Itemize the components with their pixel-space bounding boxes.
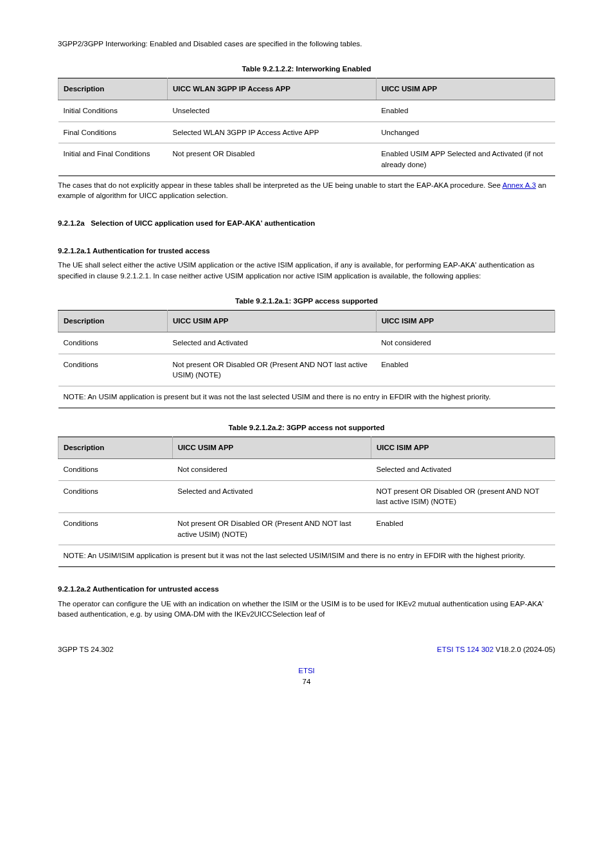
table-note-cell: NOTE: An USIM/ISIM application is presen… <box>58 545 555 567</box>
table-cell: NOT present OR Disabled OR (present AND … <box>371 480 555 512</box>
note-pre-text: The cases that do not explicitly appear … <box>58 181 501 189</box>
table-title-122: Table 9.2.1.2.2: Interworking Enabled <box>58 64 555 75</box>
section-body-9212a2: The operator can configure the UE with a… <box>58 599 555 620</box>
table-header: Description <box>58 437 173 459</box>
table-cell: Enabled <box>371 513 555 545</box>
table-cell: Initial Conditions <box>58 100 168 122</box>
footer-left-text: 3GPP TS 24.302 <box>58 644 114 655</box>
table-cell: Conditions <box>58 513 173 545</box>
table-cell: Not considered <box>376 332 555 354</box>
table-row: Initial and Final Conditions Not present… <box>58 143 555 176</box>
table-cell: Selected and Activated <box>371 459 555 481</box>
table-cell: Selected WLAN 3GPP IP Access Active APP <box>168 122 377 143</box>
table-row: NOTE: An USIM application is present but… <box>58 386 555 408</box>
table-cell: Initial and Final Conditions <box>58 143 168 176</box>
table-row: Conditions Not considered Selected and A… <box>58 459 555 481</box>
table-row: Initial Conditions Unselected Enabled <box>58 100 555 122</box>
table-cell: Enabled <box>376 354 555 386</box>
table-cell: Unselected <box>168 100 377 122</box>
table-header: UICC WLAN 3GPP IP Access APP <box>168 78 377 100</box>
footer-center-link[interactable]: ETSI <box>298 667 315 674</box>
table-cell: Conditions <box>58 480 173 512</box>
section-heading-9212a2: 9.2.1.2a.2 Authentication for untrusted … <box>58 584 555 595</box>
table-cell: Enabled USIM APP Selected and Activated … <box>376 143 555 176</box>
section-heading-9212a1: 9.2.1.2a.1 Authentication for trusted ac… <box>58 246 555 257</box>
table-cell: Conditions <box>58 354 168 386</box>
table-header: UICC USIM APP <box>168 311 377 332</box>
table-cell: Enabled <box>376 100 555 122</box>
footer-right-text: ETSI TS 124 302 V18.2.0 (2024-05) <box>437 644 555 655</box>
table-header: Description <box>58 311 168 332</box>
table-header: UICC USIM APP <box>376 78 555 100</box>
section-body-9212a1: The UE shall select either the active US… <box>58 260 555 281</box>
footer-right-link[interactable]: ETSI TS 124 302 <box>437 646 495 653</box>
table-row: Conditions Selected and Activated Not co… <box>58 332 555 354</box>
table-cell: Not present OR Disabled OR (Present AND … <box>172 513 371 545</box>
table-note-cell: NOTE: An USIM application is present but… <box>58 386 555 408</box>
page-footer: 3GPP TS 24.302 ETSI TS 124 302 V18.2.0 (… <box>58 644 555 687</box>
table-cell: Conditions <box>58 459 173 481</box>
table-cell: Selected and Activated <box>172 480 371 512</box>
table-row: Final Conditions Selected WLAN 3GPP IP A… <box>58 122 555 143</box>
annex-link[interactable]: Annex A.3 <box>502 181 536 189</box>
table-row: Conditions Selected and Activated NOT pr… <box>58 480 555 512</box>
table-cell: Unchanged <box>376 122 555 143</box>
table-row: Conditions Not present OR Disabled OR (P… <box>58 354 555 386</box>
heading-number: 9.2.1.2a <box>58 219 85 227</box>
table-header: UICC USIM APP <box>172 437 371 459</box>
table-cell: Not present OR Disabled <box>168 143 377 176</box>
table-header: UICC ISIM APP <box>371 437 555 459</box>
table-header: UICC ISIM APP <box>376 311 555 332</box>
table-cell: Not present OR Disabled OR (Present AND … <box>168 354 377 386</box>
table-cell: Conditions <box>58 332 168 354</box>
table-row: Conditions Not present OR Disabled OR (P… <box>58 513 555 545</box>
table-title-12a2: Table 9.2.1.2a.2: 3GPP access not suppor… <box>58 422 555 433</box>
table-row: NOTE: An USIM/ISIM application is presen… <box>58 545 555 567</box>
table-122: Description UICC WLAN 3GPP IP Access APP… <box>58 78 555 176</box>
table-title-12a1: Table 9.2.1.2a.1: 3GPP access supported <box>58 296 555 307</box>
heading-text: Selection of UICC application used for E… <box>91 219 315 227</box>
intro-paragraph: 3GPP2/3GPP Interworking: Enabled and Dis… <box>58 39 555 50</box>
footer-version: V18.2.0 (2024-05) <box>495 646 555 653</box>
page-number: 74 <box>303 678 311 685</box>
table-header: Description <box>58 78 168 100</box>
table-12a2: Description UICC USIM APP UICC ISIM APP … <box>58 437 555 567</box>
table-cell: Final Conditions <box>58 122 168 143</box>
table-12a1: Description UICC USIM APP UICC ISIM APP … <box>58 310 555 408</box>
table122-followup-note: The cases that do not explicitly appear … <box>58 180 555 201</box>
table-cell: Selected and Activated <box>168 332 377 354</box>
section-heading-9212a: 9.2.1.2a Selection of UICC application u… <box>58 218 555 229</box>
table-cell: Not considered <box>172 459 371 481</box>
